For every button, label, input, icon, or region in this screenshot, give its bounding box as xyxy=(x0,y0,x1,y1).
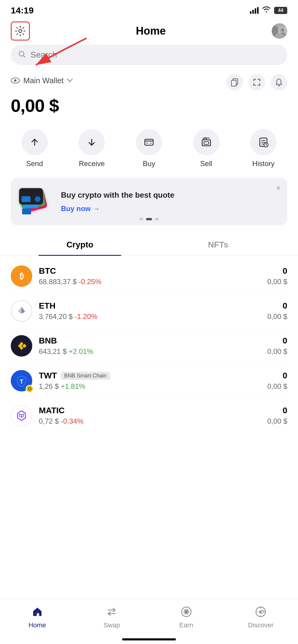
home-indicator xyxy=(122,638,176,640)
discover-icon xyxy=(254,605,267,618)
banner-dot-1 xyxy=(139,218,143,220)
sell-button[interactable]: Sell xyxy=(193,129,219,168)
banner-pagination xyxy=(139,218,159,220)
svg-point-9 xyxy=(14,79,16,82)
swap-icon xyxy=(105,605,118,618)
wallet-balance: 0,00 $ xyxy=(11,95,287,116)
signal-bars-icon xyxy=(250,7,259,14)
tab-crypto[interactable]: Crypto xyxy=(11,234,149,256)
svg-marker-18 xyxy=(21,307,25,313)
nav-discover[interactable]: Discover xyxy=(224,605,298,629)
notifications-button[interactable] xyxy=(271,74,287,91)
matic-info: MATIC 0,72 $ -0.34% xyxy=(39,406,267,425)
wifi-icon xyxy=(262,6,271,15)
wallet-label: Main Wallet xyxy=(11,76,73,85)
bnb-balance: 0 0,00 $ xyxy=(267,336,287,356)
nav-home[interactable]: Home xyxy=(0,605,75,629)
svg-text:T: T xyxy=(20,378,23,385)
crypto-list: ₿ BTC 68.883,37 $ -0.25% 0 0,00 $ ETH 3.… xyxy=(0,259,298,433)
send-label: Send xyxy=(26,160,43,168)
page-title: Home xyxy=(136,25,166,37)
svg-point-3 xyxy=(281,28,285,32)
wallet-section: Main Wallet xyxy=(0,71,298,122)
send-icon xyxy=(29,137,40,148)
svg-marker-19 xyxy=(18,307,21,313)
banner-cta[interactable]: Buy now → xyxy=(61,205,279,213)
buy-icon xyxy=(144,137,154,148)
twt-name: TWT BNB Smart Chain xyxy=(39,371,267,380)
search-icon xyxy=(18,50,26,60)
bottom-nav: Home Swap Earn xyxy=(0,599,298,644)
bnb-name: BNB xyxy=(39,336,267,346)
wallet-actions xyxy=(226,74,287,91)
svg-rect-13 xyxy=(202,140,211,146)
receive-icon xyxy=(86,137,97,148)
twt-info: TWT BNB Smart Chain 1,26 $ +1.81% xyxy=(39,371,267,391)
status-icons: 44 xyxy=(250,6,287,15)
expand-button[interactable] xyxy=(248,74,265,91)
matic-balance: 0 0,00 $ xyxy=(267,406,287,425)
list-item[interactable]: T ⬡ TWT BNB Smart Chain 1,26 $ +1.81% 0 … xyxy=(11,363,287,398)
search-container xyxy=(0,45,298,71)
nav-swap[interactable]: Swap xyxy=(75,605,149,629)
svg-text:⬡: ⬡ xyxy=(19,343,24,349)
btc-logo: ₿ xyxy=(11,265,32,287)
svg-point-6 xyxy=(285,28,286,30)
tab-nfts[interactable]: NFTs xyxy=(149,234,287,256)
twt-price: 1,26 $ +1.81% xyxy=(39,382,267,391)
history-icon xyxy=(258,137,269,148)
buy-label: Buy xyxy=(143,160,155,168)
btc-info: BTC 68.883,37 $ -0.25% xyxy=(39,266,267,286)
matic-name: MATIC xyxy=(39,406,267,415)
receive-button[interactable]: Receive xyxy=(79,129,105,168)
btc-balance: 0 0,00 $ xyxy=(267,266,287,286)
list-item[interactable]: ⬡ BNB 643,21 $ +2.01% 0 0,00 $ xyxy=(11,329,287,363)
svg-point-30 xyxy=(185,610,188,613)
nav-earn[interactable]: Earn xyxy=(149,605,224,629)
banner-dot-2 xyxy=(146,218,152,220)
status-bar: 14:19 44 xyxy=(0,0,298,18)
status-time: 14:19 xyxy=(11,5,34,16)
list-item[interactable]: MATIC 0,72 $ -0.34% 0 0,00 $ xyxy=(11,398,287,433)
nav-discover-label: Discover xyxy=(248,621,274,629)
send-button[interactable]: Send xyxy=(21,129,48,168)
settings-button[interactable] xyxy=(11,21,30,41)
banner-title: Buy crypto with the best quote xyxy=(61,190,279,200)
wallet-name: Main Wallet xyxy=(23,76,64,85)
matic-price: 0,72 $ -0.34% xyxy=(39,417,267,425)
asset-tabs: Crypto NFTs xyxy=(0,234,298,256)
settings-icon xyxy=(15,26,26,36)
svg-rect-12 xyxy=(145,139,153,145)
history-label: History xyxy=(252,160,275,168)
history-button[interactable]: History xyxy=(250,129,277,168)
list-item[interactable]: ₿ BTC 68.883,37 $ -0.25% 0 0,00 $ xyxy=(11,259,287,294)
receive-label: Receive xyxy=(79,160,105,168)
search-bar[interactable] xyxy=(11,45,287,65)
svg-text:₿: ₿ xyxy=(20,272,24,281)
chevron-down-icon[interactable] xyxy=(67,79,73,82)
copy-button[interactable] xyxy=(226,74,243,91)
banner-text: Buy crypto with the best quote Buy now → xyxy=(61,190,279,213)
btc-price: 68.883,37 $ -0.25% xyxy=(39,278,267,286)
action-buttons: Send Receive Buy xyxy=(0,122,298,175)
bnb-logo: ⬡ xyxy=(11,335,32,357)
eth-price: 3.764,20 $ -1.20% xyxy=(39,312,267,321)
search-input[interactable] xyxy=(30,50,280,60)
btc-name: BTC xyxy=(39,266,267,276)
eth-logo xyxy=(11,300,32,322)
list-item[interactable]: ETH 3.764,20 $ -1.20% 0 0,00 $ xyxy=(11,294,287,329)
banner-image xyxy=(19,185,55,218)
avatar-icon xyxy=(278,23,287,39)
eye-icon xyxy=(11,77,20,84)
banner-close-button[interactable]: × xyxy=(276,183,281,193)
header: Home xyxy=(0,18,298,45)
avatar[interactable] xyxy=(272,23,287,39)
twt-balance: 0 0,00 $ xyxy=(267,371,287,391)
matic-logo xyxy=(11,405,32,426)
sell-label: Sell xyxy=(200,160,212,168)
nav-home-label: Home xyxy=(28,621,46,629)
home-icon xyxy=(31,605,44,618)
earn-icon xyxy=(180,605,193,618)
bnb-info: BNB 643,21 $ +2.01% xyxy=(39,336,267,356)
buy-button[interactable]: Buy xyxy=(136,129,162,168)
